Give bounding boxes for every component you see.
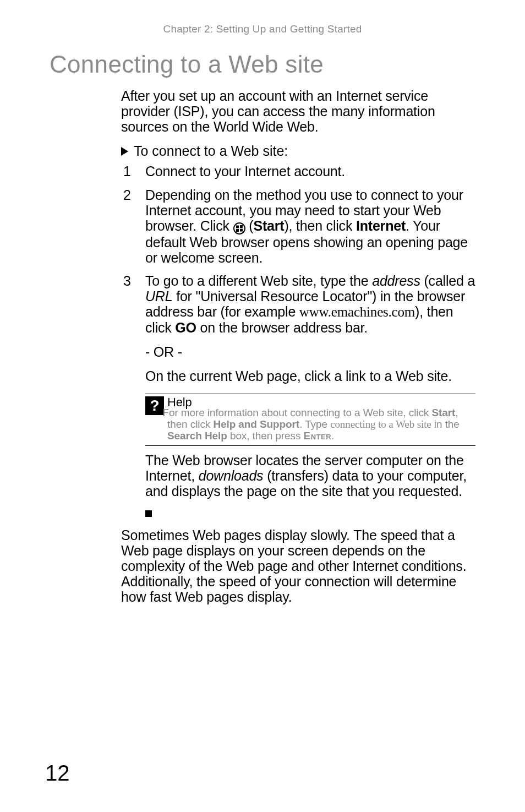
help-callout: ? Help ___For more information about con… [145,396,475,442]
step-3-text: To go to a different Web site, type the … [145,273,475,520]
step-1-text: Connect to your Internet account. [145,164,475,179]
step-1: Connect to your Internet account. [121,164,475,179]
intro-paragraph: After you set up an account with an Inte… [121,88,475,134]
svg-marker-0 [121,147,128,156]
svg-rect-5 [145,510,152,517]
page-title: Connecting to a Web site [50,51,475,78]
svg-rect-3 [236,229,239,232]
step-3: To go to a different Web site, type the … [121,273,475,520]
steps-list: Connect to your Internet account. Depend… [121,164,475,520]
triangle-bullet-icon [121,147,128,156]
help-body: ___For more information about connecting… [167,407,475,442]
task-heading: To connect to a Web site: [121,143,475,159]
svg-rect-2 [240,225,243,228]
svg-rect-4 [240,229,243,232]
step-2: Depending on the method you use to conne… [121,187,475,265]
step-2-text: Depending on the method you use to conne… [145,187,475,265]
svg-rect-1 [236,226,239,228]
step-3-or: - OR - [145,344,475,359]
divider-top [145,394,475,394]
end-of-procedure-icon [145,504,152,520]
closing-paragraph: Sometimes Web pages display slowly. The … [121,527,475,604]
windows-start-icon [233,222,245,235]
task-text: To connect to a Web site: [134,143,288,159]
step-3-or-line: On the current Web page, click a link to… [145,368,475,384]
divider-bottom [145,445,475,446]
chapter-header: Chapter 2: Setting Up and Getting Starte… [50,23,475,35]
after-help-paragraph: The Web browser locates the server compu… [145,453,475,499]
page-number: 12 [45,761,70,786]
